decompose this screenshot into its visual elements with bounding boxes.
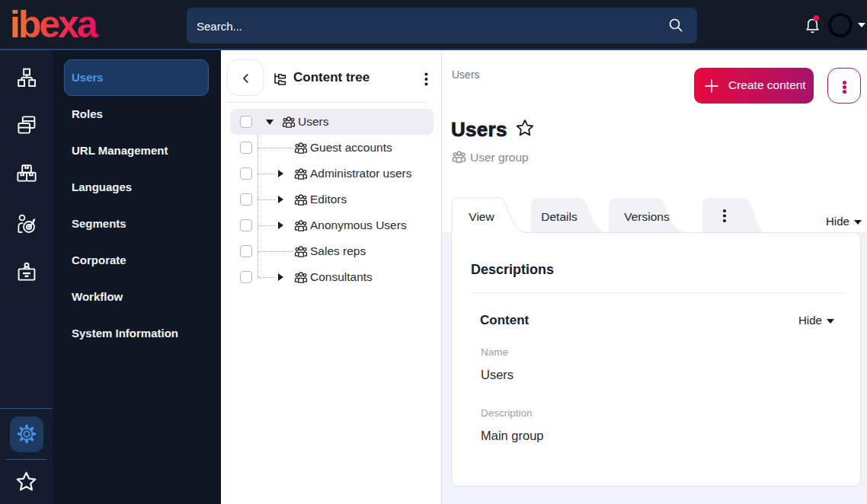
svg-text:View: View bbox=[469, 210, 494, 223]
svg-text:Versions: Versions bbox=[624, 210, 670, 223]
svg-text:Details: Details bbox=[541, 210, 577, 223]
svg-text:ibexa: ibexa bbox=[11, 5, 99, 40]
